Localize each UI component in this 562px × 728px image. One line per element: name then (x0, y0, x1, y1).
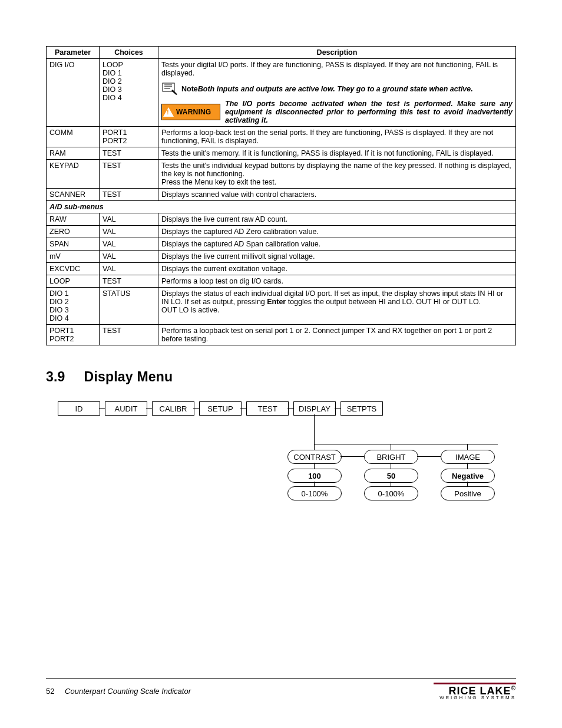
desc-cell: Displays the live current millivolt sign… (158, 251, 516, 263)
menu-pill-image: IMAGE (441, 450, 495, 464)
table-row: mV VAL Displays the live current millivo… (47, 251, 516, 263)
param-cell: SCANNER (47, 189, 100, 201)
menu-diagram: ID AUDIT CALIBR SETUP TEST DISPLAY SETPT… (46, 401, 516, 531)
menu-pill-contrast: CONTRAST (287, 450, 342, 464)
section-number: 3.9 (46, 369, 65, 384)
choices-cell: VAL (100, 238, 158, 251)
desc-bold: Enter (267, 298, 286, 306)
brand-logo: RICE LAKE® WEIGHING SYSTEMS (434, 683, 516, 700)
param-cell: ZERO (47, 226, 100, 238)
param-cell: mV (47, 251, 100, 263)
desc-cell: Displays the live current raw AD count. (158, 213, 516, 226)
desc-text: Tests your digital I/O ports. If they ar… (161, 61, 498, 77)
parameter-table: Parameter Choices Description DIG I/O LO… (46, 46, 516, 345)
subhead-text: A/D sub-menus (47, 201, 516, 213)
choices-cell: TEST (100, 325, 158, 345)
param-cell: COMM (47, 127, 100, 147)
desc-cell: Displays scanned value with control char… (158, 189, 516, 201)
menu-range-image: Positive (441, 486, 495, 500)
param-cell: SPAN (47, 238, 100, 251)
table-row: PORT1 PORT2 TEST Performs a loopback tes… (47, 325, 516, 345)
doc-title: Counterpart Counting Scale Indicator (65, 687, 191, 696)
param-cell: KEYPAD (47, 160, 100, 189)
note-label: Note (181, 85, 198, 93)
table-row: KEYPAD TEST Tests the unit's individual … (47, 160, 516, 189)
menu-box-audit: AUDIT (105, 401, 147, 416)
menu-value-image: Negative (441, 469, 495, 483)
warning-label: WARNING (176, 108, 211, 116)
desc-cell: Performs a loopback test on serial port … (158, 325, 516, 345)
table-row: ZERO VAL Displays the captured AD Zero c… (47, 226, 516, 238)
menu-value-bright: 50 (364, 469, 418, 483)
table-row: DIG I/O LOOP DIO 1 DIO 2 DIO 3 DIO 4 Tes… (47, 59, 516, 127)
table-row: COMM PORT1 PORT2 Performs a loop-back te… (47, 127, 516, 147)
desc-cell: Displays the captured AD Span calibratio… (158, 238, 516, 251)
page-footer: 52 Counterpart Counting Scale Indicator … (46, 678, 516, 700)
choices-cell: STATUS (100, 288, 158, 325)
choices-cell: TEST (100, 160, 158, 189)
choices-cell: VAL (100, 251, 158, 263)
menu-box-setpts: SETPTS (340, 401, 383, 416)
choices-cell: PORT1 PORT2 (100, 127, 158, 147)
choices-cell: TEST (100, 189, 158, 201)
warning-badge: WARNING (161, 104, 220, 120)
choices-cell: VAL (100, 263, 158, 275)
table-row: LOOP TEST Performs a loop test on dig I/… (47, 275, 516, 288)
desc-cell: Displays the captured AD Zero calibratio… (158, 226, 516, 238)
section-title: Display Menu (84, 369, 173, 384)
choices-cell: VAL (100, 226, 158, 238)
table-row: SPAN VAL Displays the captured AD Span c… (47, 238, 516, 251)
page-number: 52 (46, 687, 54, 696)
choices-cell: TEST (100, 147, 158, 160)
param-cell: LOOP (47, 275, 100, 288)
th-parameter: Parameter (47, 47, 100, 59)
section-heading: 3.9Display Menu (46, 369, 516, 385)
registered-icon: ® (511, 685, 516, 691)
desc-cell: Tests the unit's individual keypad butto… (158, 160, 516, 189)
table-row: DIO 1 DIO 2 DIO 3 DIO 4 STATUS Displays … (47, 288, 516, 325)
menu-box-setup: SETUP (199, 401, 242, 416)
menu-pill-bright: BRIGHT (364, 450, 418, 464)
note-text: Both inputs and outputs are active low. … (198, 85, 473, 93)
table-row: EXCVDC VAL Displays the current excitati… (47, 263, 516, 275)
table-row: RAM TEST Tests the unit's memory. If it … (47, 147, 516, 160)
param-cell: PORT1 PORT2 (47, 325, 100, 345)
param-cell: DIG I/O (47, 59, 100, 127)
desc-cell: Performs a loop-back test on the serial … (158, 127, 516, 147)
choices-cell: TEST (100, 275, 158, 288)
th-description: Description (158, 47, 516, 59)
desc-cell: Performs a loop test on dig I/O cards. (158, 275, 516, 288)
choices-cell: VAL (100, 213, 158, 226)
menu-box-id: ID (58, 401, 100, 416)
menu-box-display: DISPLAY (293, 401, 336, 416)
table-subheading: A/D sub-menus (47, 201, 516, 213)
desc-cell: Tests your digital I/O ports. If they ar… (158, 59, 516, 127)
param-cell: DIO 1 DIO 2 DIO 3 DIO 4 (47, 288, 100, 325)
param-cell: RAM (47, 147, 100, 160)
menu-range-contrast: 0-100% (287, 486, 342, 500)
menu-box-calibr: CALIBR (152, 401, 194, 416)
param-cell: RAW (47, 213, 100, 226)
menu-value-contrast: 100 (287, 469, 342, 483)
desc-cell: Displays the status of each individual d… (158, 288, 516, 325)
table-row: SCANNER TEST Displays scanned value with… (47, 189, 516, 201)
warning-icon (163, 107, 174, 117)
desc-cell: Tests the unit's memory. If it is functi… (158, 147, 516, 160)
logo-subtext: WEIGHING SYSTEMS (434, 696, 516, 700)
note-icon (161, 82, 179, 96)
menu-box-test: TEST (246, 401, 289, 416)
table-row: RAW VAL Displays the live current raw AD… (47, 213, 516, 226)
param-cell: EXCVDC (47, 263, 100, 275)
menu-range-bright: 0-100% (364, 486, 418, 500)
th-choices: Choices (100, 47, 158, 59)
desc-cell: Displays the current excitation voltage. (158, 263, 516, 275)
warning-text: The I/O ports become activated when the … (225, 100, 513, 124)
choices-cell: LOOP DIO 1 DIO 2 DIO 3 DIO 4 (100, 59, 158, 127)
